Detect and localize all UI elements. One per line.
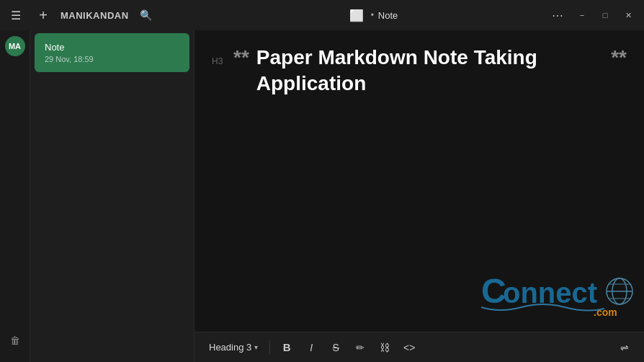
list-item[interactable]: Note 29 Nov, 18:59 (35, 33, 189, 72)
more-toolbar-button[interactable]: ⇌ (614, 337, 635, 358)
layout-button[interactable]: ⬜ (346, 5, 367, 25)
note-item-title: Note (45, 42, 179, 53)
window-controls: − □ ✕ (572, 7, 638, 23)
heading-dropdown-label: Heading 3 (209, 342, 251, 353)
link-icon: ⛓ (380, 342, 390, 353)
open-asterisks: ** (233, 46, 249, 69)
toolbar: Heading 3 ▾ B I S ✏ ⛓ <> (194, 332, 644, 362)
more-icon: ⋯ (552, 9, 563, 22)
main-layout: MA 🗑 Note 29 Nov, 18:59 H3 ** Paper Mark… (0, 30, 644, 362)
close-icon: ✕ (625, 11, 632, 20)
watermark: C onnect .com (478, 271, 637, 325)
toolbar-right: ⇌ (614, 337, 635, 358)
editor-line: H3 ** Paper Markdown Note Taking Applica… (212, 45, 627, 97)
italic-button[interactable]: I (300, 337, 322, 358)
more-toolbar-icon: ⇌ (620, 342, 629, 353)
search-button[interactable]: 🔍 (136, 5, 156, 25)
close-asterisks: ** (611, 46, 627, 69)
more-options-button[interactable]: ⋯ (547, 5, 568, 25)
strikethrough-button[interactable]: S (325, 337, 346, 358)
minimize-button[interactable]: − (572, 7, 592, 23)
search-icon: 🔍 (140, 9, 152, 21)
titlebar: ☰ + MANIKANDAN 🔍 ⬜ • Note ⋯ − □ ✕ (0, 0, 644, 30)
bold-icon: B (283, 341, 291, 353)
maximize-button[interactable]: □ (595, 7, 615, 23)
toolbar-divider-1 (269, 340, 270, 355)
titlebar-center: ⬜ • Note (197, 5, 547, 25)
minimize-icon: − (580, 11, 584, 19)
plus-icon: + (39, 7, 48, 24)
titlebar-right: ⋯ − □ ✕ (547, 5, 638, 25)
layout-icon: ⬜ (349, 9, 364, 22)
code-button[interactable]: <> (398, 337, 420, 358)
new-note-button[interactable]: + (33, 5, 53, 25)
close-button[interactable]: ✕ (618, 7, 638, 23)
sidebar-narrow: MA 🗑 (0, 30, 30, 362)
note-title: Note (378, 10, 398, 21)
chevron-down-icon: ▾ (254, 343, 258, 351)
editor-area: H3 ** Paper Markdown Note Taking Applica… (194, 30, 644, 362)
code-icon: <> (403, 342, 415, 353)
brush-icon: ✏ (356, 342, 365, 353)
editor-content[interactable]: H3 ** Paper Markdown Note Taking Applica… (194, 30, 644, 332)
link-button[interactable]: ⛓ (374, 337, 395, 358)
maximize-icon: □ (603, 11, 608, 19)
trash-button[interactable]: 🗑 (5, 330, 25, 350)
note-item-date: 29 Nov, 18:59 (45, 55, 179, 63)
watermark-svg: C onnect .com (478, 271, 637, 322)
dot-separator: • (371, 10, 374, 20)
heading-dropdown[interactable]: Heading 3 ▾ (203, 339, 264, 356)
bold-button[interactable]: B (276, 337, 298, 358)
notes-list: Note 29 Nov, 18:59 (30, 30, 194, 362)
avatar[interactable]: MA (5, 36, 25, 56)
h3-label: H3 (212, 56, 226, 66)
brush-button[interactable]: ✏ (349, 337, 371, 358)
titlebar-left: ☰ + MANIKANDAN 🔍 (6, 5, 197, 25)
hamburger-icon: ☰ (11, 9, 21, 22)
username-label: MANIKANDAN (61, 10, 129, 21)
svg-text:.com: .com (594, 306, 617, 318)
trash-icon: 🗑 (10, 335, 20, 346)
svg-text:onnect: onnect (503, 277, 597, 309)
sidebar-narrow-bottom: 🗑 (5, 330, 25, 356)
editor-heading: Paper Markdown Note Taking Application (256, 45, 604, 97)
italic-icon: I (310, 342, 313, 353)
strikethrough-icon: S (333, 342, 339, 353)
hamburger-button[interactable]: ☰ (6, 5, 26, 25)
